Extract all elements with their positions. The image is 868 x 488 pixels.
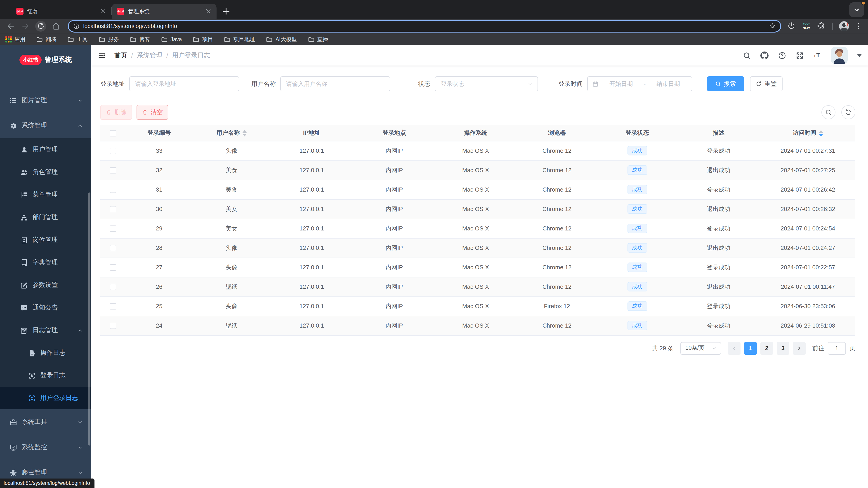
breadcrumb-item[interactable]: 系统管理 (137, 51, 162, 59)
reset-button[interactable]: 重置 (750, 76, 782, 91)
sidebar-item-视频管理[interactable]: 视频管理 (0, 74, 91, 88)
back-icon[interactable] (6, 22, 16, 31)
sidebar-item-登录日志[interactable]: 登录日志 (0, 364, 91, 387)
browser-profile-avatar[interactable] (839, 21, 849, 31)
help-icon[interactable] (778, 51, 786, 59)
table-row[interactable]: 33 头像 127.0.0.1 内网IP Mac OS X Chrome 12 … (100, 141, 855, 160)
sidebar-item-通知公告[interactable]: 通知公告 (0, 296, 91, 319)
next-page-button[interactable] (793, 342, 806, 355)
sidebar-item-用户登录日志[interactable]: 用户登录日志 (0, 387, 91, 410)
user-avatar[interactable] (831, 47, 848, 64)
page-button-1[interactable]: 1 (744, 342, 757, 355)
page-size-select[interactable]: 10条/页 (680, 342, 721, 355)
bookmark-apps[interactable]: 应用 (5, 35, 25, 43)
delete-button[interactable]: 删除 (100, 105, 132, 120)
table-row[interactable]: 32 美食 127.0.0.1 内网IP Mac OS X Chrome 12 … (100, 160, 855, 180)
row-checkbox[interactable] (110, 206, 116, 213)
row-checkbox[interactable] (110, 303, 116, 310)
table-row[interactable]: 29 美女 127.0.0.1 内网IP Mac OS X Chrome 12 … (100, 219, 855, 238)
prev-page-button[interactable] (728, 342, 741, 355)
site-info-icon[interactable] (73, 23, 80, 29)
sidebar-collapse-icon[interactable] (98, 51, 106, 60)
refresh-table-button[interactable] (841, 105, 855, 119)
new-tab-button[interactable] (220, 5, 232, 17)
bookmark-folder[interactable]: 翻墙 (36, 35, 57, 43)
breadcrumb-item[interactable]: 首页 (114, 51, 127, 59)
clear-button[interactable]: 清空 (136, 105, 168, 120)
bookmark-folder[interactable]: 直播 (308, 35, 328, 43)
bookmark-star-icon[interactable] (769, 23, 776, 29)
table-row[interactable]: 24 壁纸 127.0.0.1 内网IP Mac OS X Chrome 12 … (100, 316, 855, 335)
fullscreen-icon[interactable] (796, 51, 804, 59)
end-date-placeholder[interactable]: 结束日期 (649, 80, 687, 88)
sidebar-item-系统监控[interactable]: 系统监控 (0, 435, 91, 460)
power-extension-icon[interactable] (787, 22, 796, 30)
sidebar-item-参数设置[interactable]: 参数设置 (0, 274, 91, 296)
sidebar-scrollbar[interactable] (88, 193, 90, 446)
start-date-placeholder[interactable]: 开始日期 (602, 80, 640, 88)
page-button-3[interactable]: 3 (777, 342, 789, 355)
toggle-search-button[interactable] (822, 105, 835, 119)
bookmark-folder[interactable]: 服务 (98, 35, 119, 43)
github-icon[interactable] (761, 51, 769, 59)
browser-tab-2-active[interactable]: 小红书 管理系统 (112, 4, 217, 19)
column-header[interactable]: 访问时间 (761, 125, 855, 141)
sidebar-item-系统管理[interactable]: 系统管理 (0, 113, 91, 138)
bookmark-folder[interactable]: Java (161, 36, 182, 43)
reload-button[interactable] (35, 21, 46, 31)
sidebar-item-图片管理[interactable]: 图片管理 (0, 88, 91, 113)
date-range-picker[interactable]: 开始日期 - 结束日期 (587, 76, 692, 91)
sort-caret-icon[interactable] (242, 130, 247, 136)
table-row[interactable]: 27 头像 127.0.0.1 内网IP Mac OS X Chrome 12 … (100, 258, 855, 277)
sidebar-item-部门管理[interactable]: 部门管理 (0, 206, 91, 229)
row-checkbox[interactable] (110, 226, 116, 232)
row-checkbox[interactable] (110, 167, 116, 174)
bookmark-folder[interactable]: AI大模型 (266, 35, 297, 43)
tab-close-icon[interactable] (99, 8, 107, 15)
row-checkbox[interactable] (110, 265, 116, 271)
sidebar-item-系统工具[interactable]: 系统工具 (0, 410, 91, 435)
bookmark-folder[interactable]: 工具 (67, 35, 88, 43)
bookmark-folder[interactable]: 博客 (130, 35, 150, 43)
url-bar[interactable]: localhost:81/system/log/webLoginInfo (69, 21, 780, 31)
search-icon[interactable] (743, 51, 751, 59)
column-header[interactable]: 用户名称 (193, 125, 270, 141)
status-select[interactable]: 登录状态 (435, 76, 538, 91)
page-button-2[interactable]: 2 (761, 342, 773, 355)
bookmark-folder[interactable]: 项目地址 (224, 35, 255, 43)
forward-icon[interactable] (21, 22, 30, 31)
caret-down-icon[interactable] (857, 54, 862, 57)
extensions-puzzle-icon[interactable] (817, 22, 826, 30)
sidebar-item-菜单管理[interactable]: 菜单管理 (0, 184, 91, 206)
sidebar-item-字典管理[interactable]: 字典管理 (0, 251, 91, 274)
goto-page-input[interactable] (828, 342, 846, 355)
table-row[interactable]: 26 壁纸 127.0.0.1 内网IP Mac OS X Chrome 12 … (100, 277, 855, 296)
home-icon[interactable] (52, 22, 61, 31)
table-row[interactable]: 28 头像 127.0.0.1 内网IP Mac OS X Chrome 12 … (100, 238, 855, 258)
sidebar-item-角色管理[interactable]: 角色管理 (0, 161, 91, 184)
login-address-input[interactable] (129, 76, 239, 91)
table-row[interactable]: 31 美食 127.0.0.1 内网IP Mac OS X Chrome 12 … (100, 180, 855, 199)
row-checkbox[interactable] (110, 245, 116, 252)
bookmark-folder[interactable]: 项目 (193, 35, 213, 43)
select-all-checkbox[interactable] (110, 130, 116, 136)
app-logo[interactable]: 小红书 管理系统 (0, 45, 91, 74)
tab-search-button[interactable] (849, 2, 864, 17)
row-checkbox[interactable] (110, 148, 116, 154)
tab-close-icon[interactable] (205, 8, 212, 15)
sort-caret-icon[interactable] (818, 130, 823, 136)
sidebar-item-操作日志[interactable]: 操作日志 (0, 341, 91, 364)
sidebar-item-岗位管理[interactable]: 岗位管理 (0, 229, 91, 251)
row-checkbox[interactable] (110, 284, 116, 290)
row-checkbox[interactable] (110, 323, 116, 329)
browser-tab-1[interactable]: 小红书 红薯 (11, 4, 111, 19)
username-input[interactable] (280, 76, 390, 91)
url-text[interactable]: localhost:81/system/log/webLoginInfo (83, 23, 765, 29)
table-row[interactable]: 30 美女 127.0.0.1 内网IP Mac OS X Chrome 12 … (100, 199, 855, 219)
browser-menu-kebab-icon[interactable] (855, 22, 863, 30)
search-button[interactable]: 搜索 (707, 76, 744, 91)
new-extension-icon[interactable]: NEW (802, 22, 811, 30)
font-size-icon[interactable]: TT (813, 51, 822, 59)
sidebar-item-日志管理[interactable]: 日志管理 (0, 319, 91, 341)
table-row[interactable]: 25 头像 127.0.0.1 内网IP Mac OS X Firefox 12… (100, 296, 855, 316)
